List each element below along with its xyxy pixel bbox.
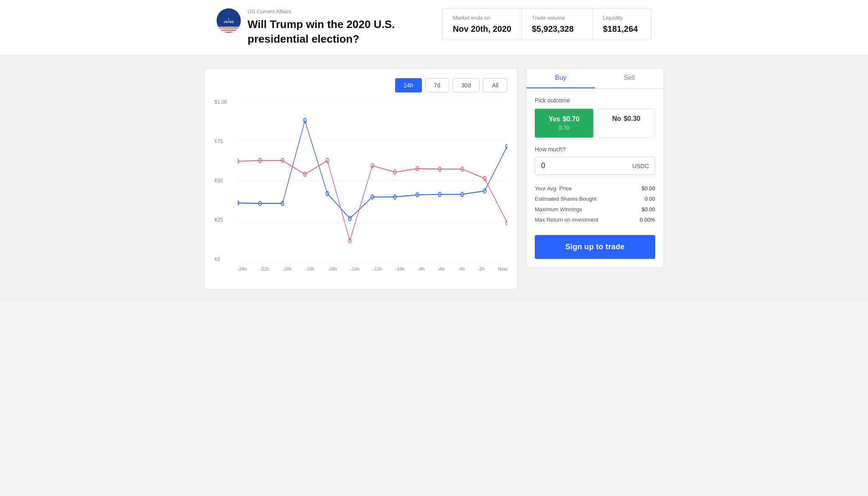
chart-container: $1.00 ¢75 ¢50 ¢25 ¢0 <box>214 99 507 279</box>
avg-price-row: Your Avg. Price $0.00 <box>535 183 655 194</box>
x-label-10h: -10h <box>396 266 405 271</box>
trade-stats: Your Avg. Price $0.00 Estimated Shares B… <box>535 183 655 225</box>
y-label-50: ¢50 <box>214 178 237 184</box>
trade-volume-label: Trade volume <box>532 15 582 21</box>
yes-label: Yes <box>549 115 560 123</box>
shares-bought-label: Estimated Shares Bought <box>535 196 596 202</box>
time-24h-button[interactable]: 24h <box>395 78 421 92</box>
market-ends-label: Market ends on <box>453 15 511 21</box>
chart-panel: 24h 7d 30d All $1.00 ¢75 ¢50 ¢25 ¢0 <box>204 68 518 289</box>
max-roi-value: 0.00% <box>640 217 655 223</box>
x-label-20h: -20h <box>283 266 292 271</box>
y-label-0: ¢0 <box>214 256 237 262</box>
avg-price-label: Your Avg. Price <box>535 185 572 192</box>
time-all-button[interactable]: All <box>483 78 507 92</box>
amount-input[interactable] <box>541 161 632 170</box>
how-much-label: How much? <box>535 146 655 153</box>
max-roi-label: Max Return on investment <box>535 217 598 223</box>
no-price: $0.30 <box>624 115 641 123</box>
market-ends-value: Nov 20th, 2020 <box>453 24 511 34</box>
x-label-8h: -8h <box>418 266 425 271</box>
liquidity-stat: Liquidity $181,264 <box>593 8 651 40</box>
category-label: US Current Affairs <box>248 8 434 15</box>
avg-price-value: $0.00 <box>641 185 655 192</box>
x-label-16h: -16h <box>328 266 337 271</box>
max-winnings-row: Maximum Winnings $0.00 <box>535 204 655 215</box>
chart-svg <box>237 99 507 262</box>
sign-up-to-trade-button[interactable]: Sign up to trade <box>535 235 655 259</box>
blue-line <box>237 121 507 219</box>
x-label-18h: -18h <box>305 266 314 271</box>
shares-bought-row: Estimated Shares Bought 0.00 <box>535 194 655 204</box>
max-winnings-label: Maximum Winnings <box>535 206 582 212</box>
sell-tab[interactable]: Sell <box>595 68 664 88</box>
trade-panel: Buy Sell Pick outcome Yes $0.70 0.70 <box>526 68 664 268</box>
buy-tab[interactable]: Buy <box>526 68 595 88</box>
y-label-25: ¢25 <box>214 217 237 223</box>
x-label-12h: -12h <box>373 266 382 271</box>
max-winnings-value: $0.00 <box>641 206 655 212</box>
x-label-4h: -4h <box>458 266 465 271</box>
y-label-75: ¢75 <box>214 138 237 144</box>
x-label-22h: -22h <box>260 266 269 271</box>
pink-line <box>237 161 507 241</box>
market-icon: I VOTED <box>217 8 241 33</box>
max-roi-row: Max Return on investment 0.00% <box>535 215 655 225</box>
y-label-100: $1.00 <box>214 99 237 105</box>
currency-label: USDC <box>632 163 649 169</box>
x-label-6h: -6h <box>438 266 444 271</box>
time-7d-button[interactable]: 7d <box>425 78 449 92</box>
no-label: No <box>612 115 621 123</box>
shares-bought-value: 0.00 <box>645 196 655 202</box>
x-label-now: Now <box>498 266 507 271</box>
trade-volume-stat: Trade volume $5,923,328 <box>522 8 593 40</box>
time-30d-button[interactable]: 30d <box>452 78 480 92</box>
market-ends-stat: Market ends on Nov 20th, 2020 <box>442 8 522 40</box>
no-outcome-button[interactable]: No $0.30 <box>597 109 655 138</box>
liquidity-label: Liquidity <box>603 15 641 21</box>
market-title: Will Trump win the 2020 U.S. presidentia… <box>248 17 434 46</box>
liquidity-value: $181,264 <box>603 24 641 34</box>
yes-sub-value: 0.70 <box>540 125 588 131</box>
pick-outcome-label: Pick outcome <box>535 97 655 104</box>
x-label-2h: -2h <box>478 266 485 271</box>
x-label-14h: -14h <box>350 266 360 271</box>
yes-outcome-button[interactable]: Yes $0.70 0.70 <box>535 109 593 138</box>
yes-price: $0.70 <box>563 115 580 123</box>
trade-volume-value: $5,923,328 <box>532 24 582 34</box>
x-label-24h: -24h <box>237 266 247 271</box>
